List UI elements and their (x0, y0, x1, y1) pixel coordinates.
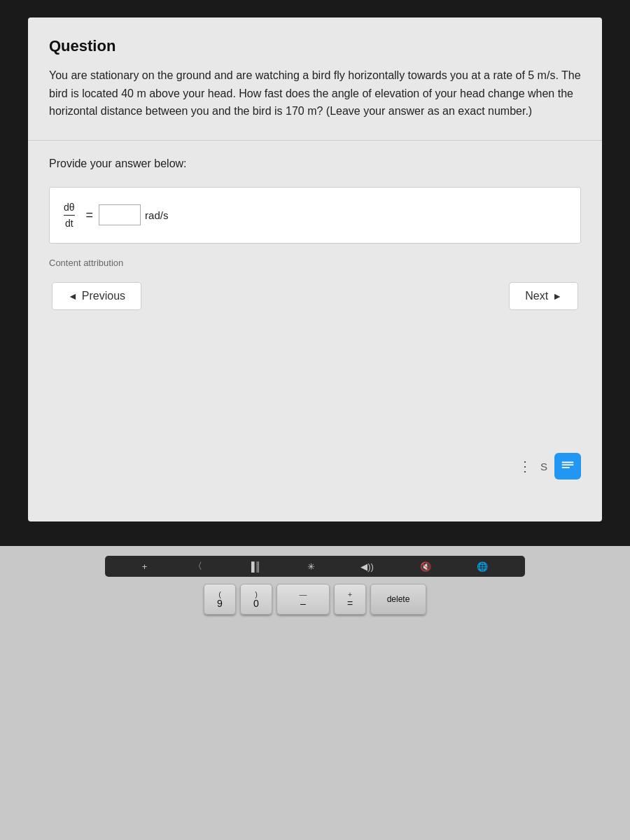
delete-key[interactable]: delete (370, 584, 426, 615)
key-equals[interactable]: + = (334, 584, 366, 615)
touch-bar: + 〈 ▐║ ✳ ◀)) 🔇 🌐 (105, 556, 525, 577)
more-options-icon[interactable]: ⋮ (518, 458, 533, 475)
provide-answer-label: Provide your answer below: (49, 158, 581, 170)
key-9[interactable]: ( 9 (204, 584, 236, 615)
key-minus[interactable]: — – (276, 584, 330, 615)
nav-row: ◄ Previous Next ► (49, 282, 581, 310)
touch-bar-asterisk[interactable]: ✳ (307, 561, 315, 572)
fraction-numerator: dθ (64, 202, 75, 214)
next-label: Next (525, 290, 548, 302)
touch-bar-volume[interactable]: ◀)) (360, 561, 374, 572)
question-title: Question (49, 37, 581, 55)
fraction-denominator: dt (65, 216, 74, 229)
question-body: You are stationary on the ground and are… (49, 66, 581, 120)
content-attribution: Content attribution (49, 258, 581, 268)
equals-sign: = (86, 208, 94, 223)
delete-label: delete (387, 594, 410, 604)
key-0[interactable]: ) 0 (240, 584, 272, 615)
screen-area: Question You are stationary on the groun… (0, 0, 630, 546)
next-arrow-icon: ► (552, 290, 562, 302)
toolbar-row: ⋮ S (518, 447, 591, 485)
notes-button[interactable] (554, 453, 581, 479)
previous-button[interactable]: ◄ Previous (52, 282, 141, 310)
key-row-numbers: ( 9 ) 0 — – + = delete (204, 584, 426, 615)
touch-bar-mute[interactable]: 🔇 (420, 561, 431, 572)
answer-input[interactable] (99, 204, 141, 225)
fraction-line (64, 215, 75, 216)
divider (28, 140, 602, 141)
next-button[interactable]: Next ► (509, 282, 578, 310)
touch-bar-globe[interactable]: 🌐 (477, 561, 488, 572)
touch-bar-plus[interactable]: + (142, 561, 148, 572)
fraction: dθ dt (64, 202, 75, 229)
previous-arrow-icon: ◄ (68, 290, 78, 302)
s-button[interactable]: S (540, 461, 547, 472)
touch-bar-bars[interactable]: ▐║ (248, 561, 261, 572)
touch-bar-chevron[interactable]: 〈 (193, 560, 202, 573)
answer-box: dθ dt = rad/s (49, 187, 581, 244)
content-card: Question You are stationary on the groun… (28, 18, 602, 522)
keyboard-area: + 〈 ▐║ ✳ ◀)) 🔇 🌐 ( 9 ) 0 — – + = delete (0, 546, 630, 840)
previous-label: Previous (82, 290, 125, 302)
unit-label: rad/s (145, 209, 168, 221)
notes-icon (560, 458, 575, 474)
